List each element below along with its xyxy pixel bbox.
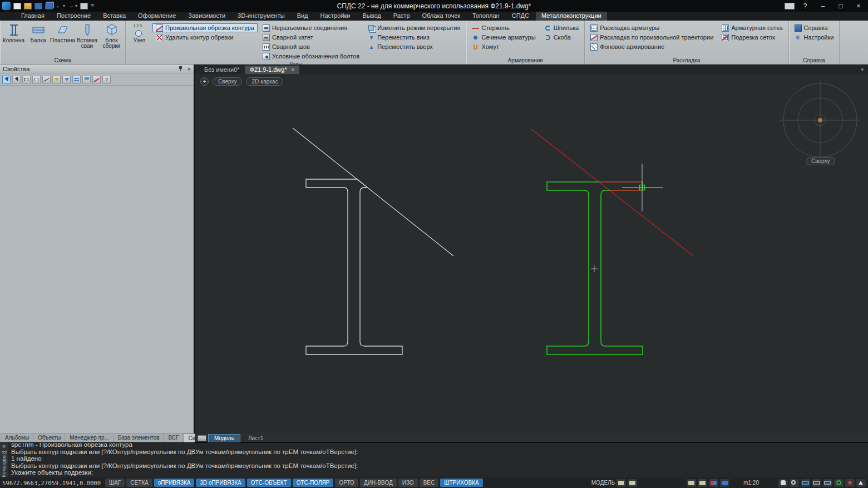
exclude-selection-icon[interactable] [92,76,101,83]
button-khomut[interactable]: Хомут [468,42,539,51]
visual-style-control[interactable]: 2D-каркас [246,77,283,86]
tray-expand-icon[interactable] [856,479,866,487]
scale-display[interactable]: m1:20 [743,480,759,486]
workspace-icon[interactable] [709,479,718,487]
selection-preview-icon[interactable] [628,479,637,487]
button-move-down[interactable]: ▼ Переместить вниз [364,33,463,42]
pin-icon[interactable] [178,66,183,71]
button-podrezka-setok[interactable]: Подрезка сеток [718,33,786,42]
fence-select-icon[interactable] [42,76,51,83]
panel-tab-baza-elementov[interactable]: База элементов [114,433,164,442]
button-skoba[interactable]: Скоба [541,33,583,42]
tab-list-dropdown-icon[interactable]: ▾ [861,67,864,72]
tab-vyvod[interactable]: Вывод [357,12,386,21]
tab-zavisimosti[interactable]: Зависимости [183,12,231,21]
command-history[interactable]: spcTrim - Произвольная обрезка контура В… [8,443,868,477]
save-icon[interactable] [34,3,42,9]
button-spravka[interactable]: Справка [791,23,837,32]
filter-icon[interactable] [62,76,71,83]
command-prompt[interactable]: Укажите объекты подрезки: [11,469,865,476]
save-all-icon[interactable] [45,3,53,9]
tab-glavnaya[interactable]: Главная [16,12,50,21]
button-weld-seam[interactable]: Сварной шов [259,42,363,51]
plot-icon[interactable] [80,3,88,9]
button-sterzhen[interactable]: Стержень [468,23,539,32]
tab-metallokonstruktsii[interactable]: Металлоконструкции [536,12,607,21]
minimize-button[interactable]: – [816,2,830,10]
button-nastroyki[interactable]: ⚙ Настройки [791,33,837,42]
toggle-dyn-input[interactable]: ДИН-ВВОД [360,479,397,487]
command-line-panel[interactable]: × Командная строка spcTrim - Произвольна… [0,442,868,477]
redo-dropdown-icon[interactable]: ▾ [75,4,77,8]
toggle-osnap[interactable]: оПРИВЯЗКА [154,479,195,487]
doc-tab-f21-9-1[interactable]: Ф21.9-1.dwg* × [245,66,300,74]
drawing-canvas[interactable]: + Сверху 2D-каркас Сверху [195,74,868,433]
tab-spds[interactable]: СПДС [506,12,535,21]
toggle-ortho[interactable]: ОРТО [335,479,358,487]
quick-select-icon[interactable] [52,76,61,83]
toggle-otrack-object[interactable]: ОТС-ОБЪЕКТ [247,479,291,487]
toggle-lineweight[interactable]: ВЕС [420,479,439,487]
regen-icon[interactable] [834,479,844,487]
keyboard-icon[interactable] [785,3,795,9]
tab-model[interactable]: Модель [208,434,240,442]
button-plastina[interactable]: Пластина [51,22,74,57]
tab-oformlenie[interactable]: Оформление [132,12,181,21]
compass-view-label[interactable]: Сверху [806,157,835,165]
panel-tab-vsg[interactable]: ВСГ [164,433,183,442]
annotation-auto-icon[interactable] [698,479,707,487]
tab-close-icon[interactable]: × [291,66,294,73]
cursor-select-icon[interactable] [12,76,21,83]
undo-icon[interactable]: ← [56,3,62,9]
undo-dropdown-icon[interactable]: ▾ [63,4,65,8]
zoom-window-icon[interactable] [801,479,810,487]
toggle-3d-osnap[interactable]: 3D оПРИВЯЗКА [196,479,245,487]
redo-icon[interactable]: → [68,3,74,9]
button-permanent-joints[interactable]: Неразъемные соединения [259,23,363,32]
view-name-control[interactable]: Сверху [213,77,242,86]
select-similar-icon[interactable] [72,76,81,83]
doc-tab-unnamed[interactable]: Без имени0* [199,66,245,74]
viewport-lock-icon[interactable] [720,479,729,487]
button-weld-fillet[interactable]: Сварной катет [259,33,363,42]
button-move-up[interactable]: ▲ Переместить вверх [364,42,463,51]
tab-postroenie[interactable]: Построение [51,12,96,21]
app-logo-icon[interactable] [2,2,11,10]
viewport-menu-icon[interactable]: + [200,77,209,86]
command-close-icon[interactable]: × [2,444,6,450]
toggle-setka[interactable]: СЕТКА [126,479,152,487]
button-fonovoe-armirovanie[interactable]: Фоновое армирование [587,42,717,51]
menu-icon[interactable]: ≡ [91,3,94,9]
tab-nastroyki[interactable]: Настройки [315,12,356,21]
pan-icon[interactable] [778,479,788,487]
quick-properties-icon[interactable] [617,479,626,487]
button-raskladka-armatury[interactable]: Раскладка арматуры [587,23,717,32]
maximize-button[interactable]: □ [834,2,848,10]
button-armaturnaya-setka[interactable]: Арматурная сетка [718,23,786,32]
button-raskladka-traektoriya[interactable]: Раскладка по произвольной траектории [587,33,717,42]
tab-3d-instrumenty[interactable]: 3D-инструменты [232,12,290,21]
model-space-label[interactable]: МОДЕЛЬ [591,480,615,486]
zoom-icon[interactable] [790,479,799,487]
zoom-extents-icon[interactable] [812,479,821,487]
annotation-visibility-icon[interactable] [687,479,696,487]
tab-vid[interactable]: Вид [292,12,314,21]
button-delete-trim-contour[interactable]: Удалить контур обрезки [152,33,258,42]
panel-tab-obekty[interactable]: Объекты [34,433,65,442]
copy-properties-icon[interactable] [82,76,91,83]
close-button[interactable]: × [851,2,866,10]
button-balka[interactable]: Балка [27,22,50,57]
new-file-icon[interactable] [13,3,21,9]
panel-tab-menedzher[interactable]: Менеджер пр... [66,433,114,442]
button-sechenie-armatury[interactable]: Сечение арматуры [468,33,539,42]
help-icon[interactable]: ? [102,76,111,83]
help-button[interactable]: ? [798,2,812,10]
tab-list1[interactable]: Лист1 [242,434,269,442]
toggle-shag[interactable]: ШАГ [105,479,125,487]
button-change-overlap-mode[interactable]: Изменить режим перекрытия [364,23,463,32]
toggle-otrack-polar[interactable]: ОТС-ПОЛЯР [293,479,334,487]
toggle-hatch[interactable]: ШТРИХОВКА [440,479,482,487]
open-file-icon[interactable] [24,3,32,9]
button-uzel[interactable]: 123 Узел [128,22,151,61]
button-trim-contour[interactable]: Произвольная обрезка контура [152,23,258,32]
